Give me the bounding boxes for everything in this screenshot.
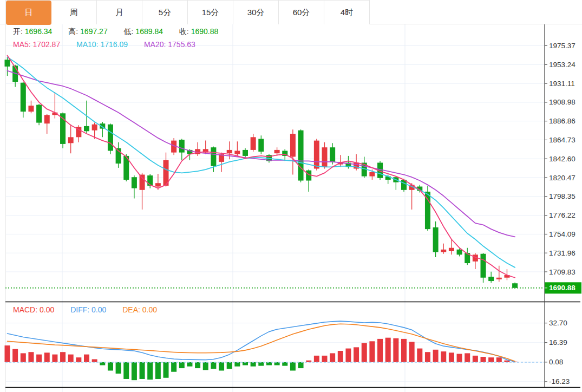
diff-label: DIFF: xyxy=(70,305,89,314)
axis-tick-label: 1842.60 xyxy=(549,155,576,163)
candle-body xyxy=(274,150,280,153)
macd-lines xyxy=(8,321,515,362)
ma-lines xyxy=(8,55,515,277)
macd-bar xyxy=(449,352,454,362)
macd-bar xyxy=(496,357,502,362)
candle-body xyxy=(36,105,42,123)
candlestick-chart[interactable]: 1975.371953.241931.111908.981886.861864.… xyxy=(0,0,582,392)
macd-bar xyxy=(243,362,248,365)
candle-body xyxy=(68,137,74,143)
macd-bar xyxy=(100,362,105,365)
candle-body xyxy=(147,175,153,186)
macd-bar xyxy=(488,357,494,362)
candle-body xyxy=(449,248,454,251)
panel-separators xyxy=(5,302,580,388)
open-label: 开: xyxy=(13,27,23,36)
trading-chart-app: 日 周 月 5分 15分 30分 60分 4时 1975.371953.2419… xyxy=(0,0,582,392)
candle-body xyxy=(512,283,518,288)
period-tabs: 日 周 月 5分 15分 30分 60分 4时 xyxy=(5,0,370,24)
axis-tick-label: 1975.37 xyxy=(549,42,576,50)
macd-bar xyxy=(155,362,161,379)
macd-bar xyxy=(123,362,129,379)
macd-bar xyxy=(258,362,264,366)
macd-bar xyxy=(12,349,18,362)
axis-tick-label: 1953.24 xyxy=(549,61,576,69)
ma-legend: MA5: 1702.87 MA10: 1716.09 MA20: 1755.63 xyxy=(13,40,210,49)
low-label: 低: xyxy=(124,27,134,36)
tab-30min[interactable]: 30分 xyxy=(233,1,279,24)
tab-monthly[interactable]: 月 xyxy=(97,1,142,24)
macd-bar xyxy=(147,362,153,380)
macd-bar xyxy=(44,352,50,362)
candle-body xyxy=(21,83,26,112)
macd-bar xyxy=(433,350,439,362)
macd-bar xyxy=(68,355,74,362)
macd-bar xyxy=(314,356,319,362)
macd-bar xyxy=(164,362,169,378)
tab-weekly[interactable]: 周 xyxy=(51,1,97,24)
ma10-value: 1716.09 xyxy=(100,40,128,49)
axis-tick-label: 1709.83 xyxy=(549,268,576,276)
tab-4hour[interactable]: 4时 xyxy=(324,1,370,24)
price-axis: 1975.371953.241931.111908.981886.861864.… xyxy=(545,24,576,387)
candle-body xyxy=(211,147,216,166)
low-value: 1689.84 xyxy=(135,27,163,36)
open-value: 1696.34 xyxy=(25,27,53,36)
candle-body xyxy=(179,140,185,153)
macd-bar xyxy=(227,362,232,369)
candle-body xyxy=(108,125,113,151)
axis-tick-label: 1731.96 xyxy=(549,249,576,257)
macd-bar xyxy=(465,353,470,362)
macd-histogram xyxy=(5,338,545,380)
macd-bar xyxy=(195,362,200,368)
candle-body xyxy=(457,250,462,254)
tab-daily[interactable]: 日 xyxy=(6,1,51,25)
macd-bar xyxy=(219,362,224,370)
macd-bar xyxy=(140,362,145,379)
macd-bar xyxy=(251,362,256,367)
tab-15min[interactable]: 15分 xyxy=(188,1,233,24)
macd-bar xyxy=(108,362,113,370)
macd-bar xyxy=(36,355,42,362)
macd-bar xyxy=(362,343,367,362)
current-price-tag: 1690.88 xyxy=(545,282,581,293)
macd-bar xyxy=(274,362,280,365)
close-value: 1690.88 xyxy=(191,27,219,36)
close-label: 收: xyxy=(179,27,189,36)
candle-body xyxy=(322,147,328,167)
candle-body xyxy=(5,60,10,67)
macd-bar xyxy=(457,354,462,362)
axis-tick-label: 0.08 xyxy=(549,358,563,366)
macd-bar xyxy=(298,362,304,368)
candle-body xyxy=(243,150,248,156)
macd-legend: MACD: 0.00 DIFF: 0.00 DEA: 0.00 xyxy=(13,305,171,314)
macd-bar xyxy=(84,355,89,362)
macd-bar xyxy=(330,353,335,362)
macd-bar xyxy=(187,362,192,367)
candle-body xyxy=(330,147,335,162)
axis-tick-label: 16.39 xyxy=(549,338,567,347)
tab-5min[interactable]: 5分 xyxy=(142,1,188,24)
candle-body xyxy=(28,106,34,112)
diff-line xyxy=(8,321,515,362)
candles xyxy=(5,57,518,289)
candle-body xyxy=(441,250,446,252)
candle-body xyxy=(290,134,296,156)
tab-60min[interactable]: 60分 xyxy=(279,1,324,24)
macd-bar xyxy=(290,362,296,370)
macd-bar xyxy=(266,362,272,365)
candle-body xyxy=(258,139,264,152)
macd-bar xyxy=(385,338,391,362)
macd-bar xyxy=(60,352,66,362)
macd-bar xyxy=(132,362,137,380)
macd-bar xyxy=(409,342,415,362)
candle-body xyxy=(496,278,502,279)
axis-tick-label: 1798.35 xyxy=(549,192,576,200)
ma5-line xyxy=(8,55,515,277)
candle-body xyxy=(227,150,232,153)
macd-bar xyxy=(76,357,81,362)
grid-lines xyxy=(5,24,544,392)
ma20-label: MA20: xyxy=(144,40,166,49)
macd-bar xyxy=(377,339,383,362)
macd-bar xyxy=(234,362,240,367)
